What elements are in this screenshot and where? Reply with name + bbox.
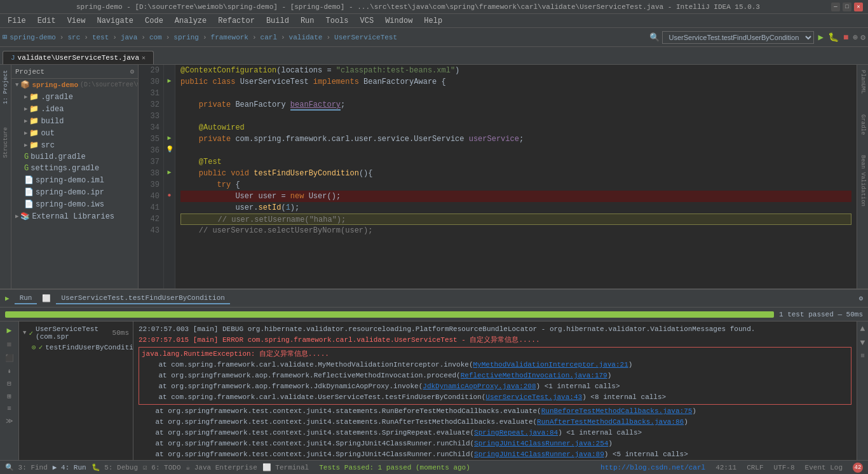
right-panel-bean-validation[interactable]: Bean Validation [858, 150, 867, 212]
breadcrumb-spring[interactable]: spring [173, 34, 199, 41]
link-jdk-proxy[interactable]: JdkDynamicAopProxy.java:208 [423, 383, 536, 390]
right-panel-planuml[interactable]: PlanUML [858, 65, 867, 99]
project-settings-icon[interactable]: ⚙ [130, 67, 134, 76]
status-event-log[interactable]: Event Log [805, 464, 843, 471]
menu-view[interactable]: View [62, 15, 91, 27]
breadcrumb-carl[interactable]: carl [261, 34, 277, 41]
tree-icon-build-gradle: G [24, 152, 29, 161]
run-panel-settings-icon[interactable]: ⚙ [858, 294, 863, 302]
test-tree-item-userservicetest[interactable]: ▼ ✓ UserServiceTest (com.spr 50ms [19, 324, 133, 342]
link-mymethod-interceptor[interactable]: MyMethodValidationInterceptor.java:21 [473, 361, 628, 369]
link-springrepeat[interactable]: SpringRepeat.java:84 [474, 429, 558, 437]
run-configuration-select[interactable]: UserServiceTest.testFindUserByCondition [662, 31, 814, 44]
menu-window[interactable]: Window [380, 15, 417, 27]
run-more-button[interactable]: ≡ [6, 403, 13, 414]
status-java-enterprise-tab[interactable]: ☕ Java Enterprise [186, 463, 257, 471]
coverage-button[interactable]: ⊕ [853, 32, 858, 43]
breadcrumb-java[interactable]: java [121, 34, 137, 41]
menu-build[interactable]: Build [261, 15, 294, 27]
tree-item-build-gradle[interactable]: G build.gradle [11, 151, 138, 163]
status-run-tab[interactable]: ▶ 4: Run [53, 463, 86, 471]
link-userservicetest-43[interactable]: UserServiceTest.java:43 [485, 393, 582, 401]
tree-item-settings-gradle[interactable]: G settings.gradle [11, 163, 138, 174]
link-runafter[interactable]: RunAfterTestMethodCallbacks.java:86 [537, 418, 684, 426]
menu-tools[interactable]: Tools [321, 15, 354, 27]
status-find-tab[interactable]: 🔍 3: Find [5, 463, 48, 471]
run-button[interactable]: ▶ [817, 32, 825, 43]
file-tab-userservicetest[interactable]: J validate\UserServiceTest.java ✕ [3, 51, 154, 64]
menu-analyze[interactable]: Analyze [170, 15, 212, 27]
status-url: http://blog.csdn.net/carl [600, 464, 705, 471]
run-scroll-button[interactable]: ↡ [6, 365, 13, 376]
tree-item-spring-demo-ipr[interactable]: 📄 spring-demo.ipr [11, 186, 138, 198]
code-content[interactable]: @ContextConfiguration(locations = "class… [175, 65, 857, 288]
tree-item-spring-demo-iws[interactable]: 📄 spring-demo.iws [11, 198, 138, 210]
close-button[interactable]: ✕ [854, 3, 863, 11]
line-num-30: 30 [142, 76, 159, 88]
menu-run[interactable]: Run [295, 15, 320, 27]
breadcrumb-framework[interactable]: framework [211, 34, 248, 41]
menu-vcs[interactable]: VCS [355, 15, 379, 27]
tree-label-build: build [41, 117, 64, 126]
run-output[interactable]: 22:07:57.003 [main] DEBUG org.hibernate.… [133, 322, 857, 460]
test-tree-item-testfinduser[interactable]: ⊙ ✓ testFindUserByConditi 50ms [19, 342, 133, 353]
run-tab[interactable]: Run [15, 293, 37, 304]
tree-item-spring-demo[interactable]: ▼ 📦 spring-demo (D:\sourceTree\weimob\sp… [11, 79, 138, 91]
code-line-39: try { [180, 179, 851, 191]
maximize-button[interactable]: □ [843, 3, 851, 11]
left-panel-structure[interactable]: Structure [1, 122, 10, 163]
tree-item-idea[interactable]: ▶ 📁 .idea [11, 103, 138, 115]
minimize-button[interactable]: ─ [831, 3, 840, 11]
debug-button[interactable]: 🐛 [828, 32, 839, 43]
gutter-run-38[interactable]: ▶ [164, 168, 175, 179]
run-toggle-button[interactable]: ⬛ [4, 353, 15, 363]
menu-help[interactable]: Help [419, 15, 447, 27]
left-panel-project[interactable]: 1: Project [1, 65, 10, 109]
search-everywhere-icon[interactable]: 🔍 [649, 32, 660, 43]
run-sort-button[interactable]: ⊞ [6, 391, 13, 402]
run-config-label[interactable]: UserServiceTest.testFindUserByCondition [56, 293, 229, 304]
menu-file[interactable]: File [3, 15, 31, 27]
scroll-down-button[interactable]: ▼ [860, 338, 865, 348]
link-reflective-invocation[interactable]: ReflectiveMethodInvocation.java:179 [461, 372, 607, 379]
test-tree-arrow-1: ▼ [23, 330, 26, 336]
status-encoding: UTF-8 [774, 464, 795, 471]
menu-code[interactable]: Code [140, 15, 168, 27]
line-num-29: 29 [142, 65, 159, 76]
status-todo-tab[interactable]: ☑ 6: TODO [143, 463, 180, 471]
link-springjunit4[interactable]: SpringJUnit4ClassRunner.java:254 [474, 440, 608, 447]
scroll-up-button[interactable]: ▲ [860, 324, 865, 334]
breadcrumb-validate[interactable]: validate [289, 34, 323, 41]
link-runbefore[interactable]: RunBeforeTestMethodCallbacks.java:75 [541, 407, 693, 415]
status-terminal-tab[interactable]: ⬜ Terminal [262, 463, 309, 471]
tree-item-spring-demo-iml[interactable]: 📄 spring-demo.iml [11, 174, 138, 186]
breadcrumb-com[interactable]: com [149, 34, 162, 41]
menu-navigate[interactable]: Navigate [92, 15, 139, 27]
menu-edit[interactable]: Edit [32, 15, 61, 27]
gutter-bulb-36: 💡 [164, 145, 175, 156]
run-filter-button[interactable]: ⊟ [6, 378, 13, 389]
file-tab-close[interactable]: ✕ [142, 54, 146, 62]
scroll-more-button[interactable]: ≡ [860, 352, 865, 360]
breadcrumb-src[interactable]: src [67, 34, 80, 41]
tree-item-build[interactable]: ▶ 📁 build [11, 115, 138, 127]
run-rerun-button[interactable]: ▶ [6, 324, 13, 337]
menu-refactor[interactable]: Refactor [213, 15, 260, 27]
code-editor[interactable]: 29 30 31 32 33 34 35 36 37 38 39 40 41 4… [139, 65, 857, 288]
link-springjunit4-89[interactable]: SpringJUnit4ClassRunner.java:89 [474, 450, 604, 458]
run-extra-button[interactable]: ≫ [4, 416, 15, 426]
tree-item-external-libs[interactable]: ▶ 📚 External Libraries [11, 210, 138, 222]
gutter-run-35: ▶ [164, 133, 175, 145]
settings-button[interactable]: ⚙ [860, 32, 865, 43]
run-stop-button[interactable]: ■ [6, 339, 13, 351]
status-debug-tab[interactable]: 🐛 5: Debug [92, 463, 138, 471]
right-panel-gradle[interactable]: Gradle [858, 109, 867, 140]
stop-button[interactable]: ■ [841, 32, 850, 43]
run-panel-header: ▶ Run ⬜ UserServiceTest.testFindUserByCo… [0, 290, 868, 308]
breadcrumb-test[interactable]: test [92, 34, 109, 41]
tree-item-gradle[interactable]: ▶ 📁 .gradle [11, 91, 138, 103]
breadcrumb-userservicetest[interactable]: UserServiceTest [334, 34, 397, 41]
breadcrumb-spring-demo[interactable]: spring-demo [10, 34, 56, 41]
tree-item-src[interactable]: ▶ 📁 src [11, 139, 138, 151]
tree-item-out[interactable]: ▶ 📁 out [11, 127, 138, 139]
